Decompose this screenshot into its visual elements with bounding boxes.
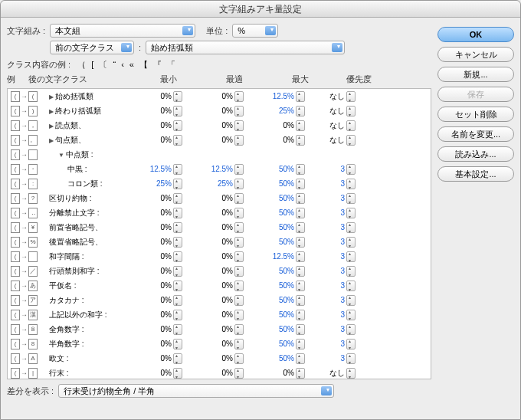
min-stepper[interactable] [173, 353, 182, 364]
min-value: 0% [144, 223, 172, 231]
max-stepper[interactable] [296, 368, 305, 379]
max-stepper[interactable] [296, 222, 305, 233]
priority-stepper[interactable] [346, 310, 356, 320]
table-row: (→:コロン類 :25%25%50%3 [8, 176, 431, 191]
after-class-select[interactable]: 始め括弧類 [146, 41, 345, 54]
row-label: カタカナ : [48, 295, 121, 306]
priority-stepper[interactable] [346, 324, 356, 335]
priority-stepper[interactable] [346, 120, 356, 131]
diff-select[interactable]: 行末受け約物全角 / 半角 [58, 384, 334, 398]
opt-stepper[interactable] [234, 120, 244, 131]
rename-button[interactable]: 名前を変更... [437, 126, 514, 142]
priority-stepper[interactable] [346, 353, 356, 364]
opt-stepper[interactable] [234, 310, 244, 320]
priority-stepper[interactable] [346, 193, 356, 204]
priority-stepper[interactable] [346, 237, 356, 248]
delete-set-button[interactable]: セット削除 [437, 107, 514, 122]
min-stepper[interactable] [173, 193, 182, 204]
min-stepper[interactable] [173, 135, 182, 146]
opt-value: 25% [205, 179, 233, 188]
opt-stepper[interactable] [234, 353, 244, 364]
opt-stepper[interactable] [234, 222, 244, 233]
priority-stepper[interactable] [346, 164, 356, 175]
mojikumi-select[interactable]: 本文組 [50, 24, 195, 38]
opt-stepper[interactable] [234, 193, 244, 204]
max-stepper[interactable] [296, 266, 305, 277]
max-stepper[interactable] [296, 281, 305, 291]
right-glyph-icon: 漢 [28, 310, 38, 320]
min-stepper[interactable] [173, 281, 182, 291]
opt-stepper[interactable] [234, 339, 244, 349]
opt-stepper[interactable] [234, 251, 244, 262]
spacing-table[interactable]: (→(▶始め括弧類0%0%12.5%なし(→)▶終わり括弧類0%0%25%なし(… [7, 88, 431, 379]
opt-stepper[interactable] [234, 208, 244, 218]
priority-stepper[interactable] [346, 135, 356, 146]
opt-stepper[interactable] [234, 295, 244, 306]
opt-stepper[interactable] [234, 368, 244, 379]
min-stepper[interactable] [173, 339, 182, 349]
priority-stepper[interactable] [346, 295, 356, 306]
opt-stepper[interactable] [234, 324, 244, 335]
min-value: 0% [144, 325, 172, 333]
max-stepper[interactable] [296, 179, 305, 189]
priority-value: なし [325, 120, 345, 131]
right-glyph-icon: ‥ [28, 208, 38, 218]
max-stepper[interactable] [296, 324, 305, 335]
min-stepper[interactable] [173, 222, 182, 233]
max-stepper[interactable] [296, 251, 305, 262]
min-stepper[interactable] [173, 120, 182, 131]
table-row: (→。▶句点類、0%0%0%なし [8, 133, 431, 147]
ok-button[interactable]: OK [437, 27, 514, 42]
basic-button[interactable]: 基本設定... [437, 166, 514, 182]
min-stepper[interactable] [173, 251, 182, 262]
priority-stepper[interactable] [346, 368, 356, 379]
priority-stepper[interactable] [346, 208, 356, 218]
opt-stepper[interactable] [234, 281, 244, 291]
priority-stepper[interactable] [346, 281, 356, 291]
opt-stepper[interactable] [234, 135, 244, 146]
opt-stepper[interactable] [234, 266, 244, 277]
max-stepper[interactable] [296, 237, 305, 248]
min-stepper[interactable] [173, 179, 182, 189]
min-stepper[interactable] [173, 266, 182, 277]
min-stepper[interactable] [173, 368, 182, 379]
max-stepper[interactable] [296, 295, 305, 306]
max-stepper[interactable] [296, 106, 305, 116]
opt-stepper[interactable] [234, 179, 244, 189]
priority-stepper[interactable] [346, 251, 356, 262]
unit-select[interactable]: % [232, 24, 278, 38]
prev-class-select[interactable]: 前の文字クラス [50, 41, 134, 54]
priority-stepper[interactable] [346, 179, 356, 189]
min-stepper[interactable] [173, 91, 182, 102]
max-stepper[interactable] [296, 164, 305, 175]
min-stepper[interactable] [173, 295, 182, 306]
max-stepper[interactable] [296, 91, 305, 102]
priority-stepper[interactable] [346, 266, 356, 277]
min-stepper[interactable] [173, 208, 182, 218]
max-stepper[interactable] [296, 135, 305, 146]
min-stepper[interactable] [173, 237, 182, 248]
load-button[interactable]: 読み込み... [437, 146, 514, 162]
min-stepper[interactable] [173, 164, 182, 175]
opt-value: 0% [205, 340, 233, 348]
priority-stepper[interactable] [346, 339, 356, 349]
opt-stepper[interactable] [234, 106, 244, 116]
min-stepper[interactable] [173, 324, 182, 335]
priority-stepper[interactable] [346, 91, 356, 102]
min-stepper[interactable] [173, 106, 182, 116]
max-stepper[interactable] [296, 208, 305, 218]
max-stepper[interactable] [296, 120, 305, 131]
opt-stepper[interactable] [234, 91, 244, 102]
new-button[interactable]: 新規... [437, 67, 514, 82]
priority-stepper[interactable] [346, 222, 356, 233]
cancel-button[interactable]: キャンセル [437, 47, 514, 62]
opt-stepper[interactable] [234, 237, 244, 248]
max-stepper[interactable] [296, 310, 305, 320]
left-glyph-icon: ( [11, 135, 20, 146]
max-stepper[interactable] [296, 353, 305, 364]
max-stepper[interactable] [296, 339, 305, 349]
min-stepper[interactable] [173, 310, 182, 320]
max-stepper[interactable] [296, 193, 305, 204]
priority-stepper[interactable] [346, 106, 356, 116]
opt-stepper[interactable] [234, 164, 244, 175]
